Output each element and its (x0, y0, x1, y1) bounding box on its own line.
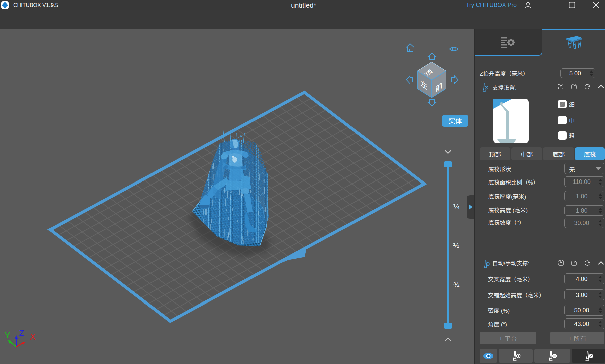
svg-text:X: X (30, 332, 36, 341)
svg-text:Y: Y (5, 331, 10, 340)
svg-text:Z: Z (19, 328, 24, 338)
svg-text:¾: ¾ (453, 281, 459, 288)
svg-text:实体: 实体 (448, 116, 462, 125)
svg-text:½: ½ (453, 241, 459, 249)
svg-text:¼: ¼ (453, 202, 459, 210)
